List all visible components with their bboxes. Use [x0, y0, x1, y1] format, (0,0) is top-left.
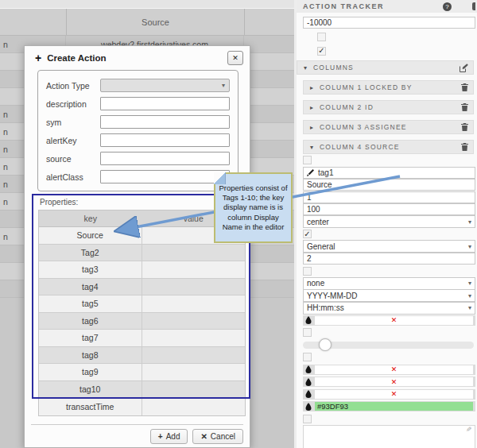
property-value[interactable] — [142, 261, 246, 278]
trash-icon[interactable] — [461, 123, 468, 131]
section-column-1-locked-by[interactable]: ▸COLUMN 1 LOCKED BY — [303, 80, 474, 95]
width-relative-input[interactable]: 1 — [303, 191, 475, 203]
property-value[interactable] — [142, 330, 246, 346]
panel-items: -10000✓▾COLUMNS▸COLUMN 1 LOCKED BY▸COLUM… — [297, 13, 477, 448]
time-format-select[interactable]: HH:mm:ss▾ — [303, 302, 475, 315]
properties-label: Properties: — [40, 198, 78, 207]
description-input[interactable] — [100, 97, 230, 110]
field-show-arrows-on-change — [303, 351, 475, 364]
field-control: ✕ — [303, 377, 475, 387]
display-name-input[interactable]: Source — [303, 179, 475, 191]
property-value[interactable] — [142, 347, 246, 364]
max-value-color-picker[interactable]: ✕ — [303, 377, 475, 387]
min-width-px-input[interactable]: 100 — [303, 203, 475, 215]
group-transitions-checkbox[interactable] — [317, 33, 326, 41]
check-icon: ✓ — [318, 47, 324, 55]
min-value-color-picker[interactable]: ✕ — [303, 365, 475, 375]
section-label: COLUMN 4 SOURCE — [320, 143, 461, 151]
property-key: Tag2 — [39, 245, 142, 261]
property-value[interactable] — [142, 381, 246, 398]
field-format: General▾ — [303, 241, 475, 253]
action-type-select[interactable]: ▾ — [100, 79, 230, 92]
chevron-down-icon: ▾ — [468, 218, 471, 226]
field-control: ✕ — [303, 389, 475, 400]
hide-trailing-zeroes-checkbox[interactable] — [303, 267, 312, 276]
user-defined-checkbox[interactable] — [303, 156, 312, 164]
property-value[interactable] — [142, 313, 246, 330]
chevron-right-icon: ▸ — [310, 84, 316, 91]
highlight-changes-checkbox[interactable] — [303, 328, 312, 337]
clear-color-icon[interactable]: ✕ — [391, 390, 398, 398]
background-top-strip — [0, 0, 294, 9]
properties-row: transactTime — [39, 398, 245, 415]
field-max-value-color: ✕ — [303, 376, 475, 388]
field-control: 2 — [303, 253, 475, 265]
section-column-4-source[interactable]: ▾COLUMN 4 SOURCE — [303, 140, 474, 154]
panel-header: ACTION TRACKER ? — [297, 0, 477, 13]
cancel-button[interactable]: ✕ Cancel — [192, 429, 243, 444]
dialog-title: Create Action — [47, 53, 227, 63]
negative-color-picker[interactable]: ✕ — [303, 315, 475, 326]
property-value[interactable] — [142, 398, 246, 415]
add-button[interactable]: + Add — [150, 429, 188, 444]
trash-icon[interactable] — [461, 143, 468, 151]
sym-input[interactable] — [100, 115, 230, 129]
field-highlight-changes — [303, 326, 475, 339]
alertclass-input[interactable] — [100, 170, 230, 183]
template-textarea[interactable]: ✎ — [303, 425, 475, 448]
chevron-right-icon: ▸ — [310, 124, 316, 131]
range-color-picker[interactable]: ✕ — [303, 389, 475, 400]
currency-symbol-select[interactable]: none▾ — [303, 277, 475, 290]
sortable-checkbox[interactable]: ✓ — [303, 230, 312, 238]
section-columns[interactable]: ▾COLUMNS — [297, 60, 474, 75]
max-rows-input[interactable]: -10000 — [303, 17, 475, 29]
read-only-checkbox[interactable] — [303, 415, 312, 423]
clear-color-icon[interactable]: ✕ — [391, 365, 398, 373]
pencil-icon: ✎ — [466, 426, 472, 434]
color-swatch: ✕ — [315, 365, 473, 374]
property-value[interactable] — [142, 279, 246, 295]
pencil-icon — [307, 169, 314, 176]
highlight-change-duration-slider[interactable] — [303, 342, 474, 349]
format-select[interactable]: General▾ — [303, 240, 475, 253]
text-align-select[interactable]: center▾ — [303, 215, 475, 228]
percentage-color-picker[interactable]: #93DF93 — [303, 401, 475, 411]
clear-color-icon[interactable]: ✕ — [391, 316, 398, 324]
source-input[interactable] — [100, 152, 230, 165]
property-key: tag8 — [39, 347, 142, 364]
clipped-panel-icon[interactable] — [472, 2, 475, 10]
edit-icon[interactable] — [460, 64, 468, 72]
section-label: COLUMN 2 ID — [320, 103, 461, 111]
field-control — [303, 328, 475, 337]
section-column-3-assignee[interactable]: ▸COLUMN 3 ASSIGNEE — [303, 120, 474, 134]
action-tracker-panel: ACTION TRACKER ? -10000✓▾COLUMNS▸COLUMN … — [294, 0, 477, 448]
alertkey-input[interactable] — [100, 133, 230, 147]
slider-thumb[interactable] — [319, 338, 332, 351]
field-user-defined — [303, 154, 475, 167]
droplet-icon — [305, 316, 312, 324]
field-date-format: YYYY-MM-DD▾ — [303, 290, 475, 303]
clear-color-icon[interactable]: ✕ — [391, 378, 398, 386]
close-button[interactable]: ✕ — [227, 51, 243, 65]
precision-input[interactable]: 2 — [303, 253, 475, 265]
property-value[interactable] — [142, 295, 246, 312]
date-format-select[interactable]: YYYY-MM-DD▾ — [303, 289, 475, 302]
section-column-2-id[interactable]: ▸COLUMN 2 ID — [303, 100, 474, 114]
case-management-checkbox[interactable]: ✓ — [317, 47, 326, 56]
property-value[interactable] — [142, 245, 246, 261]
row-right-cell — [244, 141, 294, 157]
dialog-title-bar: + Create Action ✕ — [25, 46, 250, 65]
properties-row: tag4 — [39, 279, 245, 296]
form-field-alertclass: alertClass — [46, 168, 230, 186]
trash-icon[interactable] — [461, 83, 468, 91]
field-control: ✓ — [303, 47, 475, 56]
show-arrows-on-change-checkbox[interactable] — [303, 353, 312, 361]
select-value: HH:mm:ss — [307, 303, 344, 312]
property-value[interactable] — [142, 364, 246, 380]
panel-title: ACTION TRACKER — [303, 2, 443, 10]
data-field-name-input[interactable]: tag1 — [303, 167, 475, 179]
trash-icon[interactable] — [461, 103, 468, 111]
field-control — [303, 342, 475, 349]
help-icon[interactable]: ? — [443, 2, 452, 11]
header-cell-left — [0, 9, 67, 35]
